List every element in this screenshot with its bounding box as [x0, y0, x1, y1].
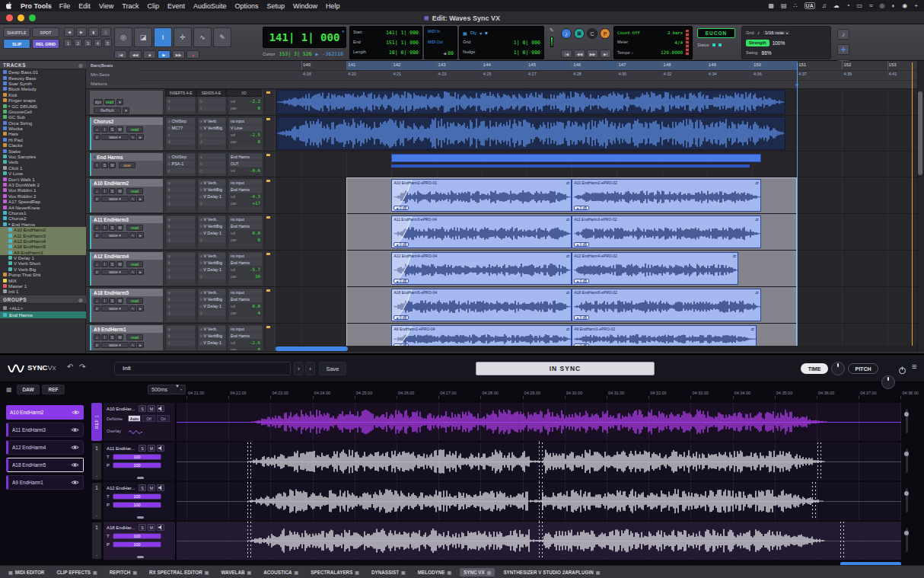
- edit-mode-rel-grid[interactable]: REL GRID: [32, 39, 59, 49]
- mute-button[interactable]: M: [116, 126, 123, 133]
- pan-chip[interactable]: P: [240, 174, 246, 177]
- sync-marker[interactable]: [250, 482, 251, 520]
- menu-help[interactable]: Help: [326, 2, 340, 10]
- audio-clip-a18-endharm5-epro-02[interactable]: A18 EndHarm5-ePRO-02◉0 dB⇄: [572, 289, 761, 321]
- clip-loop-icon[interactable]: ⇄: [566, 180, 569, 185]
- pitch-slider[interactable]: 100: [113, 502, 161, 508]
- inserts-slot[interactable]: c: [167, 193, 195, 200]
- clip-loop-icon[interactable]: ⇄: [566, 290, 569, 295]
- display-icon[interactable]: ▦: [768, 2, 774, 9]
- siri-icon[interactable]: ◉: [902, 2, 907, 9]
- ruler-name-bars[interactable]: Bars|Beats: [91, 63, 113, 68]
- view-button-ref[interactable]: REF: [42, 385, 65, 394]
- sends-slot[interactable]: d: [199, 139, 225, 145]
- window-icon[interactable]: ▤: [781, 2, 787, 9]
- track-lane[interactable]: A11 EndHarm3-ePRO-04◉0 dB⇄A11 EndHarm3-e…: [276, 214, 917, 250]
- menu-track[interactable]: Track: [122, 2, 139, 10]
- io-input[interactable]: no input: [229, 118, 262, 124]
- clip-loop-icon[interactable]: ⇄: [751, 327, 754, 331]
- track-list-item-v-verb-big[interactable]: V Verb Big: [0, 267, 86, 272]
- zoom-preset-1[interactable]: 1: [64, 39, 72, 47]
- automation-mode-button[interactable]: read: [126, 188, 143, 194]
- sends-slot[interactable]: aV Verb: [199, 289, 225, 295]
- sends-slot[interactable]: aV Verb: [199, 180, 225, 186]
- audio-clip-a10-endharm2-epro-02[interactable]: A10 EndHarm2-ePRO-02◉0 dB⇄: [572, 179, 761, 212]
- record-arm-button[interactable]: ●: [94, 225, 100, 231]
- crosshair-button[interactable]: ✛: [837, 44, 849, 55]
- sync-marker[interactable]: [812, 482, 813, 520]
- inserts-slot[interactable]: d: [167, 139, 195, 145]
- ruler-name-markers[interactable]: Markers: [91, 81, 107, 86]
- track-list-item-reeosy-bass[interactable]: Reeosy Bass: [0, 75, 86, 80]
- clip-loop-icon[interactable]: ⇄: [733, 254, 736, 258]
- group-item-all[interactable]: <ALL>: [0, 305, 86, 311]
- timebase-icon[interactable]: ≡: [94, 134, 100, 140]
- sends-slot[interactable]: d: [199, 310, 225, 316]
- app-menu-pro-tools[interactable]: Pro Tools: [21, 2, 52, 10]
- ruler-name-minsecs[interactable]: Min:Secs: [91, 72, 110, 77]
- audio-clip[interactable]: [276, 117, 785, 150]
- track-list-item-chorus1[interactable]: Chorus1: [0, 210, 86, 216]
- pencil-icon[interactable]: ✎: [550, 27, 554, 34]
- solo-button[interactable]: S: [139, 445, 146, 452]
- inserts-slot[interactable]: d: [167, 200, 195, 206]
- window-title-bar[interactable]: ▦ Edit: Waves Sync VX: [0, 11, 924, 24]
- menu-event[interactable]: Event: [167, 2, 185, 10]
- speaker-button[interactable]: [157, 524, 164, 531]
- track-list-item-orca-string[interactable]: Orca String: [0, 120, 86, 126]
- solo-button[interactable]: S: [109, 334, 116, 340]
- track-list-item-hats[interactable]: Hats: [0, 131, 86, 136]
- playlist-arrow-icon[interactable]: ▸: [137, 196, 144, 202]
- mute-button[interactable]: M: [148, 524, 155, 531]
- link-timeline-icon[interactable]: ▦: [463, 30, 467, 36]
- group-index-strip[interactable]: 1⌄: [91, 482, 102, 520]
- track-list-item-click-1[interactable]: Click 1: [0, 165, 86, 171]
- groups-panel-header[interactable]: GROUPS ◎: [0, 295, 86, 304]
- track-list-item-mix[interactable]: MIX: [0, 277, 86, 283]
- inserts-slot[interactable]: a: [167, 326, 195, 332]
- clip-loop-icon[interactable]: ⇄: [566, 254, 569, 258]
- timebase-icon[interactable]: ≡: [94, 232, 100, 238]
- plugin-timeline-ruler[interactable]: 04:21.0004:22.0004:23.0004:24.0004:25.00…: [177, 384, 901, 399]
- lane-zoom-thumb[interactable]: [904, 412, 909, 417]
- track-view-selector[interactable]: wave ▾: [101, 269, 129, 275]
- taskbar-item-midi-editor[interactable]: ▦MIDI EDITOR: [5, 568, 48, 576]
- sync-marker[interactable]: [250, 442, 251, 481]
- zoom-preset-2[interactable]: 2: [74, 39, 82, 47]
- tempo-resolution-meter[interactable]: [685, 29, 690, 56]
- ref-group-tab[interactable]: REF 1: [91, 403, 102, 441]
- sends-slot[interactable]: bV VerbBig: [199, 223, 225, 229]
- menu-setup[interactable]: Setup: [267, 2, 285, 10]
- clip-loop-icon[interactable]: ⇄: [756, 180, 759, 185]
- menu-view[interactable]: View: [99, 2, 113, 10]
- back-bar-button[interactable]: ◀◀: [574, 49, 585, 58]
- input-monitor-button[interactable]: I: [101, 126, 108, 133]
- sends-slot[interactable]: aV Verb: [199, 326, 225, 332]
- plugin-sidebar-track-a10-endharm2[interactable]: A10 EndHarm2: [6, 405, 84, 420]
- track-lane[interactable]: [276, 116, 917, 151]
- input-monitor-button[interactable]: I: [101, 261, 108, 267]
- sync-marker[interactable]: [840, 522, 841, 560]
- inserts-slot[interactable]: c: [167, 267, 195, 273]
- overlay-waveform-icon[interactable]: [129, 424, 142, 438]
- taskbar-item-rx-spectral-editor[interactable]: RX SPECTRAL EDITOR▣: [145, 568, 212, 576]
- plugin-menu-icon[interactable]: ≡: [912, 362, 916, 371]
- sends-slot[interactable]: aV Verb: [199, 118, 225, 124]
- group-index-strip[interactable]: 1⌄: [91, 522, 102, 560]
- pencil-tool-button[interactable]: ✎: [213, 27, 231, 47]
- track-list-item-a3-dontwalk-2[interactable]: A3 DontWalk 2: [0, 182, 86, 187]
- taskbar-item-acoustica[interactable]: ACOUSTICA▣: [260, 568, 302, 576]
- record-arm-button[interactable]: ●: [94, 261, 100, 267]
- sends-slot[interactable]: b: [199, 161, 225, 167]
- grid-note-button[interactable]: ♪: [837, 29, 849, 40]
- speaker-button[interactable]: [157, 445, 164, 452]
- track-list-item-gc-drums[interactable]: ▾GC DRUMS: [0, 103, 86, 108]
- input-monitor-button[interactable]: I: [101, 298, 108, 304]
- inserts-slot[interactable]: bPSA-1: [167, 161, 195, 167]
- plugin-sidebar-track-a11-endharm3[interactable]: A11 EndHarm3: [6, 423, 84, 437]
- stop-button[interactable]: ■: [143, 50, 156, 59]
- sends-slot[interactable]: cV Delay 1: [199, 340, 225, 346]
- save-button[interactable]: Save: [319, 362, 346, 375]
- playlist-arrow-icon[interactable]: ▸: [137, 305, 144, 311]
- battery-icon[interactable]: ▭: [857, 2, 863, 9]
